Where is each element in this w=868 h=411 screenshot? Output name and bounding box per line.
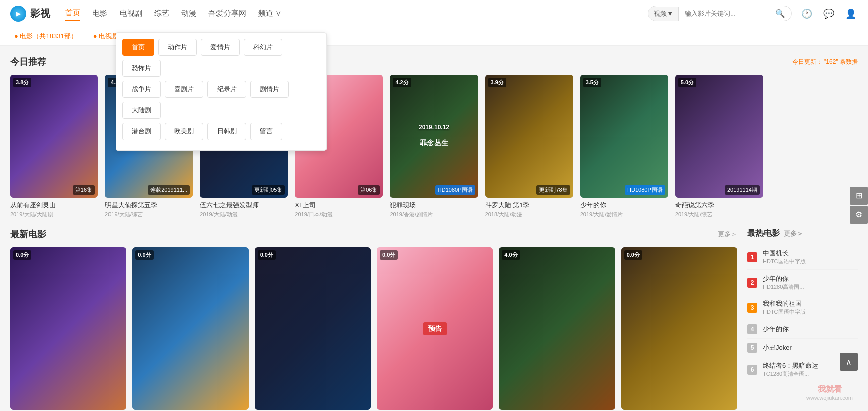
preview-badge: 预告 <box>423 322 447 335</box>
latest-movie-grid: 0.0分未知影片12019/大陆0.0分House Arrest2019/欧美0… <box>10 247 737 411</box>
dropdown-btn-大陆剧[interactable]: 大陆剧 <box>122 102 161 119</box>
sub-nav-item[interactable]: ● 电影（共18331部） <box>10 30 81 42</box>
dropdown-btn-战争片[interactable]: 战争片 <box>122 81 161 98</box>
movie-info: 伍六七之最强发型师2019/大陆/动漫 <box>200 201 288 218</box>
movie-card[interactable]: 0.0分未知影片12019/大陆 <box>10 247 126 411</box>
movie-card[interactable]: 4.2分2019.10.12罪念丛生HD1080P国语犯罪现场2019/香港/剧… <box>390 75 478 218</box>
movie-poster: 0.0分 <box>621 247 737 410</box>
movie-card[interactable]: 0.0分预告未知影片42019/大陆 <box>377 247 493 411</box>
dropdown-menu: 首页动作片爱情片科幻片恐怖片战争片喜剧片纪录片剧情片大陆剧港台剧欧美剧日韩剧留言 <box>116 32 327 151</box>
dropdown-btn-欧美剧[interactable]: 欧美剧 <box>165 123 203 140</box>
header-icons: 🕐💬👤 <box>800 7 858 21</box>
header-icon-0[interactable]: 🕐 <box>800 7 814 21</box>
movie-title: 从前有座剑灵山 <box>10 201 98 210</box>
movie-info: 斗罗大陆 第1季2018/大陆/动漫 <box>485 201 573 218</box>
side-icon-0[interactable]: ⊞ <box>850 187 868 205</box>
dropdown-btn-纪录片[interactable]: 纪录片 <box>207 81 246 98</box>
date-overlay: 2019.10.12 <box>419 124 449 131</box>
movie-poster: 5.0分20191114期 <box>675 75 763 198</box>
movie-card[interactable]: 3.8分第16集从前有座剑灵山2019/大陆/大陆剧 <box>10 75 98 218</box>
movie-thumb: 0.0分 <box>132 247 248 410</box>
side-icon-1[interactable]: ⚙ <box>850 206 868 224</box>
episode-badge: 第06集 <box>358 185 380 195</box>
score-badge: 3.9分 <box>488 78 506 87</box>
hot-list-item[interactable]: 4少年的你 <box>747 320 858 339</box>
hot-item-info: 中国机长HDTC国语中字版 <box>763 249 858 265</box>
dropdown-row: 首页动作片爱情片科幻片恐怖片 <box>122 39 320 77</box>
movie-poster: 3.5分HD1080P国语 <box>580 75 668 198</box>
hot-rank-badge: 4 <box>747 324 757 334</box>
hot-rank-badge: 6 <box>747 365 757 375</box>
dropdown-btn-动作片[interactable]: 动作片 <box>158 39 197 56</box>
movie-card[interactable]: 5.0分20191114期奇葩说第六季2019/大陆/综艺 <box>675 75 763 218</box>
hot-movies: 最热电影 更多＞ 1中国机长HDTC国语中字版2少年的你HD1280高清国...… <box>747 228 858 411</box>
movie-title: 斗罗大陆 第1季 <box>485 201 573 210</box>
score-badge: 0.0分 <box>624 250 642 260</box>
dropdown-btn-港台剧[interactable]: 港台剧 <box>122 123 161 140</box>
latest-more[interactable]: 更多＞ <box>718 230 737 239</box>
subtitle-overlay: 罪念丛生 <box>420 139 448 148</box>
movie-meta: 2019/香港/剧情片 <box>390 211 478 218</box>
nav-item-综艺[interactable]: 综艺 <box>154 7 169 20</box>
latest-left: 最新电影 更多＞ 0.0分未知影片12019/大陆0.0分House Arres… <box>10 228 737 411</box>
watermark: 我就看 www.wojiukan.com <box>806 384 853 401</box>
hot-list-item[interactable]: 3我和我的祖国HDTC国语中字版 <box>747 295 858 320</box>
movie-thumb: 4.2分2019.10.12罪念丛生HD1080P国语 <box>390 75 478 198</box>
logo[interactable]: 影视 <box>10 6 50 22</box>
dropdown-btn-爱情片[interactable]: 爱情片 <box>201 39 240 56</box>
movie-card[interactable]: 0.0分未知影片62019/大陆 <box>621 247 737 411</box>
search-button[interactable]: 🔍 <box>769 6 791 21</box>
dropdown-btn-留言[interactable]: 留言 <box>250 123 282 140</box>
dropdown-btn-日韩剧[interactable]: 日韩剧 <box>207 123 246 140</box>
movie-thumb: 0.0分预告 <box>377 247 493 410</box>
hot-item-name: 小丑Joker <box>763 343 858 352</box>
hot-more[interactable]: 更多＞ <box>784 229 803 238</box>
dropdown-btn-恐怖片[interactable]: 恐怖片 <box>122 60 161 77</box>
nav-item-频道∨[interactable]: 频道 ∨ <box>258 7 281 20</box>
movie-card[interactable]: 0.0分House Arrest2019/欧美 <box>132 247 248 411</box>
movie-card[interactable]: 4.0分未知影片52019/大陆 <box>499 247 615 411</box>
movie-title: 伍六七之最强发型师 <box>200 201 288 210</box>
movie-meta: 2018/大陆/动漫 <box>485 211 573 218</box>
movie-card[interactable]: 3.9分更新到78集斗罗大陆 第1季2018/大陆/动漫 <box>485 75 573 218</box>
episode-badge: 连载2019111... <box>148 185 190 195</box>
dropdown-btn-科幻片[interactable]: 科幻片 <box>244 39 282 56</box>
hot-list-item[interactable]: 1中国机长HDTC国语中字版 <box>747 245 858 270</box>
nav-item-电影[interactable]: 电影 <box>92 7 107 20</box>
movie-thumb: 0.0分 <box>255 247 371 410</box>
nav-item-电视剧[interactable]: 电视剧 <box>120 7 142 20</box>
header-icon-1[interactable]: 💬 <box>822 7 836 21</box>
hot-item-name: 中国机长 <box>763 249 858 258</box>
movie-card[interactable]: 0.0分Cry Do Fear2019/欧美 <box>255 247 371 411</box>
score-badge: 4.0分 <box>502 250 520 260</box>
episode-badge: 20191114期 <box>725 185 760 195</box>
movie-thumb: 3.9分更新到78集 <box>485 75 573 198</box>
nav-item-首页[interactable]: 首页 <box>65 6 80 21</box>
header-icon-2[interactable]: 👤 <box>844 7 858 21</box>
score-badge: 0.0分 <box>135 250 153 260</box>
hot-item-info: 小丑Joker <box>763 343 858 352</box>
movie-poster: 0.0分预告 <box>377 247 493 410</box>
search-type[interactable]: 视频▼ <box>648 7 679 21</box>
movie-poster: 3.9分更新到78集 <box>485 75 573 198</box>
score-badge: 0.0分 <box>380 250 398 260</box>
movie-info: 明星大侦探第五季2019/大陆/综艺 <box>105 201 193 218</box>
hot-list-item[interactable]: 2少年的你HD1280高清国... <box>747 270 858 295</box>
logo-icon <box>10 6 26 22</box>
movie-title: 明星大侦探第五季 <box>105 201 193 210</box>
hot-item-name: 少年的你 <box>763 325 858 334</box>
nav-item-动漫[interactable]: 动漫 <box>181 7 196 20</box>
logo-text: 影视 <box>30 7 50 20</box>
score-badge: 3.8分 <box>13 78 31 87</box>
movie-thumb: 0.0分 <box>10 247 126 410</box>
movie-poster: 4.0分 <box>499 247 615 410</box>
nav-item-吾爱分享网[interactable]: 吾爱分享网 <box>208 7 246 20</box>
movie-card[interactable]: 3.5分HD1080P国语少年的你2019/大陆/爱情片 <box>580 75 668 218</box>
dropdown-btn-首页[interactable]: 首页 <box>122 39 154 56</box>
movie-poster: 4.2分2019.10.12罪念丛生HD1080P国语 <box>390 75 478 198</box>
search-input[interactable] <box>679 7 769 20</box>
dropdown-btn-喜剧片[interactable]: 喜剧片 <box>165 81 203 98</box>
dropdown-btn-剧情片[interactable]: 剧情片 <box>250 81 289 98</box>
score-badge: 0.0分 <box>258 250 276 260</box>
scroll-top-button[interactable]: ∧ <box>840 353 858 371</box>
